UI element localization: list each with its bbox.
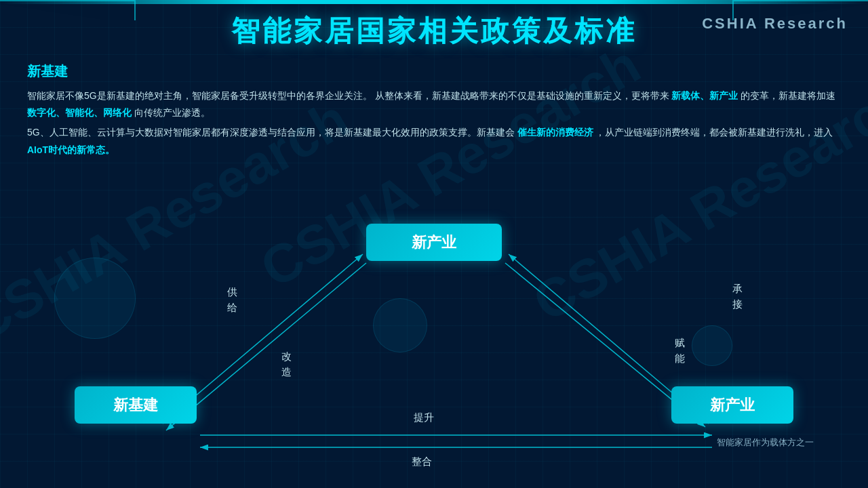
para1-bold1: 新载体、新产业 <box>671 90 738 101</box>
para1-text1: 智能家居不像5G是新基建的绝对主角，智能家居备受升级转型中的各界企业关注。 从整… <box>27 90 669 101</box>
box-new-infrastructure: 新基建 <box>75 386 197 424</box>
diagram-area: 新产业 新基建 新产业 供给 改造 赋能 承接 提升 整合 智能家居作为载体方之… <box>0 203 868 488</box>
para1-text2: 的变革，新基建将加速 <box>741 90 835 101</box>
para1-text3: 向传统产业渗透。 <box>134 107 210 118</box>
brand-logo: CSHIA Research <box>702 15 848 33</box>
label-undertake: 承接 <box>732 281 743 312</box>
para1-bold2: 数字化、智能化、网络化 <box>27 107 132 118</box>
paragraph-2: 5G、人工智能、云计算与大数据对智能家居都有深度渗透与结合应用，将是新基建最大化… <box>27 124 841 158</box>
section-title: 新基建 <box>27 62 841 81</box>
deco-circle-3 <box>692 325 732 366</box>
label-transform: 改造 <box>281 349 292 380</box>
content-area: 新基建 智能家居不像5G是新基建的绝对主角，智能家居备受升级转型中的各界企业关注… <box>0 57 868 159</box>
label-integrate: 整合 <box>412 454 432 470</box>
box-bottom-left-label: 新基建 <box>113 395 158 415</box>
para2-bold2: AIoT时代的新常态。 <box>27 144 115 155</box>
label-carrier: 智能家居作为载体方之一 <box>717 436 814 449</box>
header: 智能家居国家相关政策及标准 CSHIA Research <box>0 0 868 57</box>
deco-circle-1 <box>54 258 136 339</box>
para2-text1: 5G、人工智能、云计算与大数据对智能家居都有深度渗透与结合应用，将是新基建最大化… <box>27 127 515 138</box>
label-improve: 提升 <box>414 410 434 426</box>
para2-bold1: 催生新的消费经济 <box>517 127 593 138</box>
box-top-label: 新产业 <box>412 232 456 253</box>
box-new-industry-top: 新产业 <box>366 224 502 261</box>
label-empower: 赋能 <box>675 336 685 366</box>
box-bottom-right-label: 新产业 <box>710 395 755 415</box>
box-new-industry-bottom: 新产业 <box>671 386 793 424</box>
label-supply: 供给 <box>227 285 237 315</box>
paragraph-1: 智能家居不像5G是新基建的绝对主角，智能家居备受升级转型中的各界企业关注。 从整… <box>27 87 841 121</box>
para2-text2: ，从产业链端到消费终端，都会被新基建进行洗礼，进入 <box>595 127 833 138</box>
deco-circle-2 <box>373 298 427 352</box>
